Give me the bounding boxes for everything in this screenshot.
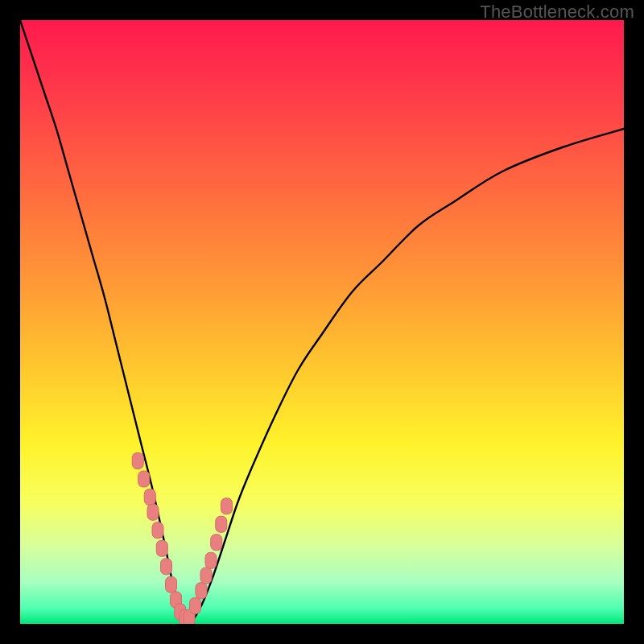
watermark-text: TheBottleneck.com — [480, 2, 634, 23]
sample-marker — [211, 535, 222, 551]
sample-marker — [132, 453, 143, 469]
plot-area — [20, 20, 624, 624]
sample-marker — [147, 504, 159, 520]
sample-marker — [138, 471, 150, 487]
sample-markers — [132, 453, 232, 625]
sample-marker — [221, 498, 233, 514]
sample-marker — [196, 583, 207, 599]
sample-marker — [205, 552, 217, 568]
chart-frame: TheBottleneck.com — [0, 0, 644, 644]
curve-layer — [20, 20, 624, 624]
sample-marker — [200, 568, 212, 584]
sample-marker — [152, 522, 163, 539]
sample-marker — [161, 559, 172, 575]
sample-marker — [166, 576, 177, 592]
sample-marker — [216, 516, 227, 532]
sample-marker — [190, 598, 201, 614]
sample-marker — [144, 489, 155, 506]
sample-marker — [156, 540, 167, 556]
bottleneck-curve — [20, 20, 624, 624]
